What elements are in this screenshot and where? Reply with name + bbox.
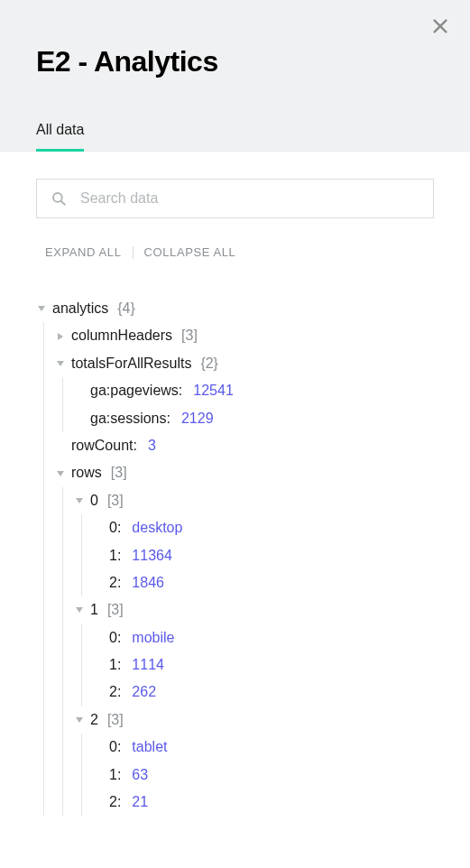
tree-value: 12541 (193, 381, 234, 401)
tree-row: 0:desktop (93, 514, 434, 541)
tree-key: rowCount: (71, 436, 137, 456)
tree-key: 0: (109, 628, 121, 648)
chevron-down-icon[interactable] (74, 605, 85, 615)
tree-value: 2129 (181, 409, 214, 429)
tree-children: 0:tablet1:632:21 (81, 734, 434, 816)
tree-row: 2:21 (93, 789, 434, 816)
search-input[interactable] (36, 179, 434, 218)
tree-row: rows[3] (55, 459, 434, 486)
tree-row: 2:262 (93, 679, 434, 706)
tree-children: 0[3]0:desktop1:113642:18461[3]0:mobile1:… (62, 487, 434, 817)
tree-row: analytics{4} (36, 295, 434, 322)
tree-children: 0:mobile1:11142:262 (81, 624, 434, 706)
tree-row: rowCount:3 (55, 432, 434, 459)
tree-row: ga:sessions:2129 (74, 405, 434, 432)
chevron-down-icon[interactable] (74, 495, 85, 506)
tree-row: 2[3] (74, 706, 434, 734)
close-icon[interactable] (430, 16, 450, 36)
tree-node: 1:1114 (93, 651, 434, 679)
tree-meta: [3] (111, 463, 127, 483)
tree-key: 0: (109, 518, 121, 538)
tree-node: rowCount:3 (55, 432, 434, 459)
tabs: All data (36, 122, 434, 151)
action-separator (133, 246, 134, 259)
tree-node: 1:63 (93, 762, 434, 789)
tree-node: 1:11364 (93, 542, 434, 569)
tree-key: 0 (90, 491, 98, 511)
tree-value: 63 (132, 765, 148, 785)
collapse-all-button[interactable]: COLLAPSE ALL (144, 245, 236, 259)
json-tree: analytics{4}columnHeaders[3]totalsForAll… (36, 295, 434, 816)
svg-marker-10 (76, 717, 83, 723)
tree-node: 0:tablet (93, 734, 434, 761)
tree-node: totalsForAllResults{2}ga:pageviews:12541… (55, 350, 434, 432)
tree-value: tablet (132, 737, 167, 757)
tree-row: 1:63 (93, 762, 434, 789)
tree-key: columnHeaders (71, 326, 172, 346)
tree-row: 1[3] (74, 596, 434, 623)
tree-node: ga:sessions:2129 (74, 405, 434, 432)
tree-value: 262 (132, 682, 156, 702)
tree-row: 0[3] (74, 487, 434, 514)
tree-children: columnHeaders[3]totalsForAllResults{2}ga… (43, 322, 434, 816)
tab-all-data[interactable]: All data (36, 122, 84, 151)
tree-value: 1846 (132, 573, 164, 593)
tree-row: 1:1114 (93, 651, 434, 679)
tree-node: 2:262 (93, 679, 434, 706)
svg-marker-7 (57, 471, 64, 476)
tree-key: 1 (90, 600, 98, 620)
tree-row: ga:pageviews:12541 (74, 377, 434, 404)
tree-node: 0:mobile (93, 624, 434, 651)
tree-key: rows (71, 463, 102, 483)
tree-node: columnHeaders[3] (55, 322, 434, 349)
tree-children: ga:pageviews:12541ga:sessions:2129 (62, 377, 434, 432)
page-title: E2 - Analytics (36, 0, 434, 122)
tree-meta: [3] (107, 710, 124, 730)
tree-meta: [3] (107, 491, 124, 511)
tree-node: 0:desktop (93, 514, 434, 541)
tree-node: ga:pageviews:12541 (74, 377, 434, 404)
chevron-right-icon[interactable] (55, 331, 66, 342)
tree-key: ga:sessions: (90, 409, 170, 429)
tree-key: 1: (109, 765, 121, 785)
svg-marker-6 (57, 361, 64, 366)
tree-row: columnHeaders[3] (55, 322, 434, 349)
tree-key: 1: (109, 546, 121, 566)
tree-row: 0:tablet (93, 734, 434, 761)
svg-marker-5 (58, 333, 63, 340)
tree-node: 0[3]0:desktop1:113642:1846 (74, 487, 434, 597)
svg-marker-4 (38, 306, 45, 311)
tree-row: 0:mobile (93, 624, 434, 651)
tree-meta: {2} (200, 354, 218, 374)
tree-key: 2: (109, 682, 121, 702)
tree-key: ga:pageviews: (90, 381, 182, 401)
search-icon (51, 190, 67, 207)
svg-marker-8 (76, 498, 83, 503)
tree-node: 1[3]0:mobile1:11142:262 (74, 596, 434, 706)
tree-meta: [3] (181, 326, 198, 346)
tree-children: 0:desktop1:113642:1846 (81, 514, 434, 596)
tree-key: 2: (109, 573, 121, 593)
tree-value: 11364 (132, 546, 172, 566)
chevron-down-icon[interactable] (74, 715, 85, 725)
tree-node: 2:21 (93, 789, 434, 816)
chevron-down-icon[interactable] (55, 468, 66, 479)
tree-key: 2 (90, 710, 98, 730)
tree-node: rows[3]0[3]0:desktop1:113642:18461[3]0:m… (55, 459, 434, 816)
tree-value: 3 (148, 436, 156, 456)
tree-value: 21 (132, 792, 148, 812)
svg-marker-9 (76, 607, 83, 613)
tree-value: desktop (132, 518, 182, 538)
tree-actions: EXPAND ALL COLLAPSE ALL (36, 245, 434, 259)
expand-all-button[interactable]: EXPAND ALL (45, 245, 122, 259)
chevron-down-icon[interactable] (55, 358, 66, 369)
tree-row: totalsForAllResults{2} (55, 350, 434, 377)
chevron-down-icon[interactable] (36, 303, 47, 314)
tree-value: mobile (132, 628, 174, 648)
tree-key: analytics (52, 299, 108, 319)
tree-node: analytics{4}columnHeaders[3]totalsForAll… (36, 295, 434, 816)
tree-key: 0: (109, 737, 121, 757)
tree-meta: {4} (117, 299, 135, 319)
tree-row: 2:1846 (93, 569, 434, 596)
tree-meta: [3] (107, 600, 124, 620)
